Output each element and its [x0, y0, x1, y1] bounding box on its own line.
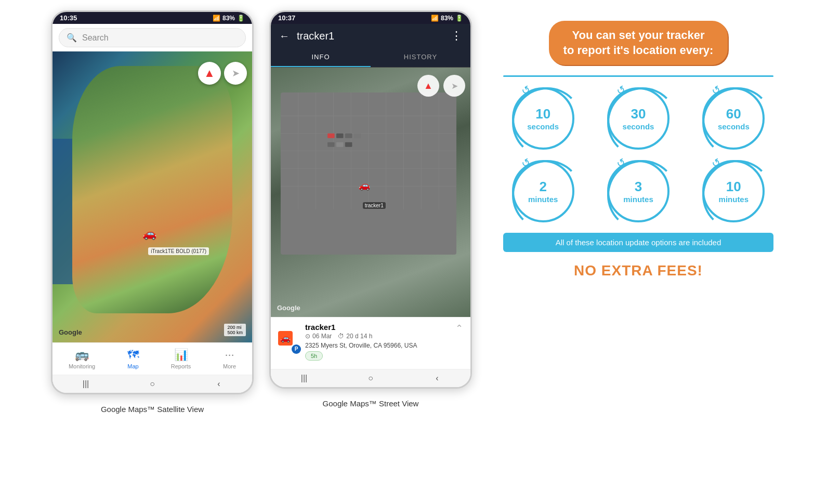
circle-ring-60s: ↺ 60 seconds: [702, 87, 765, 150]
phone2-battery-icon: 🔋: [455, 15, 463, 22]
phone2-status-bar: 10:37 📶 83% 🔋: [271, 12, 470, 24]
phone1-header: 🔍 Search: [52, 24, 252, 51]
circle-arrow-3m: ↺: [614, 156, 628, 171]
no-fee-banner: All of these location update options are…: [503, 233, 773, 252]
search-bar[interactable]: 🔍 Search: [59, 28, 246, 47]
circle-arrow-10s: ↺: [519, 83, 533, 98]
circle-10m-number: 10: [719, 179, 749, 195]
circles-grid: ↺ 10 seconds ↺ 30 seconds ↺ 60: [503, 87, 773, 222]
tracker-car-icon: 🚗: [278, 331, 293, 346]
more-icon: ···: [225, 348, 234, 362]
tab-info[interactable]: INFO: [271, 48, 371, 67]
nav-more[interactable]: ··· More: [223, 348, 236, 369]
p-badge: P: [292, 344, 301, 354]
time-circle-30s: ↺ 30 seconds: [598, 87, 678, 150]
gesture-menu[interactable]: |||: [75, 379, 96, 389]
nav-map[interactable]: 🗺 Map: [127, 348, 139, 369]
phone1-bottom-nav: 🚌 Monitoring 🗺 Map 📊 Reports ··· More: [52, 342, 252, 375]
nav-reports-label: Reports: [171, 363, 191, 369]
svg-rect-16: [345, 134, 352, 138]
nav-more-label: More: [223, 363, 236, 369]
back-button[interactable]: ←: [279, 30, 290, 42]
phone1-map[interactable]: ▲ ➤ 🚗 iTrack1TE BOLD (0177) Google 200 m…: [52, 51, 252, 342]
monitoring-icon: 🚌: [75, 348, 89, 362]
map2-nav[interactable]: ➤: [443, 75, 465, 97]
phone2-car-marker: 🚗: [359, 180, 370, 191]
circle-ring-10s: ↺ 10 seconds: [512, 87, 574, 150]
map1-compass[interactable]: ▲: [198, 62, 221, 85]
headline-text: You can set your tracker to report it's …: [563, 29, 714, 57]
start-icon: ⊙: [305, 333, 310, 340]
tracker-avatar: 🚗 P: [278, 331, 300, 353]
phone2-gesture-bar: ||| ○ ‹: [271, 369, 470, 387]
nav-reports[interactable]: 📊 Reports: [171, 348, 191, 369]
gesture2-back[interactable]: ‹: [427, 374, 448, 383]
tracker-time-badge: 5h: [305, 351, 323, 361]
gesture2-home[interactable]: ○: [360, 374, 381, 383]
gesture-back[interactable]: ‹: [208, 379, 229, 389]
reports-icon: 📊: [174, 348, 188, 362]
phone2-caption: Google Maps™ Street View: [323, 393, 419, 410]
nav-monitoring[interactable]: 🚌 Monitoring: [69, 348, 95, 369]
time-circle-10m: ↺ 10 minutes: [694, 160, 773, 222]
circle-2m-unit: minutes: [528, 195, 558, 204]
circle-10m-unit: minutes: [719, 195, 749, 204]
circle-60s-unit: seconds: [718, 122, 750, 131]
phone2-aerial-map[interactable]: 🚗 tracker1 ▲ ➤ Google: [271, 68, 470, 317]
map1-tracker-label: iTrack1TE BOLD (0177): [148, 247, 209, 255]
info-divider: [503, 75, 773, 77]
circle-arrow-30s: ↺: [614, 83, 628, 98]
phone1-battery-icon: 🔋: [237, 15, 245, 22]
circle-3m-number: 3: [623, 179, 653, 195]
circle-arrow-2m: ↺: [519, 156, 533, 171]
svg-rect-19: [336, 142, 344, 147]
tracker-info-title: tracker1: [305, 323, 417, 331]
phone1-time: 10:35: [60, 14, 77, 22]
phone2-battery: 83%: [441, 15, 453, 22]
gesture2-menu[interactable]: |||: [294, 374, 314, 383]
circle-ring-10m: ↺ 10 minutes: [702, 160, 765, 222]
circle-60s-number: 60: [718, 106, 750, 122]
tracker-duration: ⏱ 20 d 14 h: [338, 333, 372, 340]
compass2-arrow: ▲: [424, 81, 433, 91]
parking-lot: [281, 92, 456, 255]
map1-scale-text: 200 mi500 km: [227, 325, 243, 335]
phone1-status-bar: 10:35 📶 83% 🔋: [52, 12, 252, 24]
tab-history[interactable]: HISTORY: [371, 48, 470, 67]
circle-30s-unit: seconds: [623, 122, 654, 131]
nav-monitoring-label: Monitoring: [69, 363, 95, 369]
map-icon: 🗺: [127, 348, 139, 362]
circle-2m-number: 2: [528, 179, 558, 195]
phone1-signal-icon: 📶: [213, 15, 220, 22]
map1-nav[interactable]: ➤: [224, 62, 247, 85]
no-extra-fees: NO EXTRA FEES!: [574, 262, 703, 279]
circle-30s-number: 30: [623, 106, 654, 122]
circle-ring-2m: ↺ 2 minutes: [512, 160, 574, 222]
svg-rect-17: [354, 134, 361, 138]
gesture-home[interactable]: ○: [142, 379, 163, 389]
phone1-caption: Google Maps™ Satellite View: [101, 399, 204, 416]
svg-rect-15: [336, 134, 344, 138]
compass-arrow: ▲: [204, 67, 215, 80]
phone2-title: tracker1: [297, 30, 443, 42]
circle-arrow-60s: ↺: [709, 83, 723, 98]
svg-rect-18: [327, 142, 335, 147]
circle-ring-30s: ↺ 30 seconds: [607, 87, 670, 150]
panel-chevron-icon[interactable]: ⌃: [455, 323, 463, 334]
circle-10s-number: 10: [527, 106, 559, 122]
map1-google-logo: Google: [59, 328, 82, 336]
map2-compass[interactable]: ▲: [417, 75, 439, 97]
time-circle-3m: ↺ 3 minutes: [598, 160, 678, 222]
tracker-info-panel: ⌃ 🚗 P tracker1 ⊙ 06 Mar ⏱ 20: [271, 317, 470, 369]
phone1-mockup: 10:35 📶 83% 🔋 🔍 Search ▲ ➤: [51, 10, 254, 394]
nav2-arrow: ➤: [451, 81, 458, 91]
phone2-tracker-label: tracker1: [363, 202, 386, 209]
time-circle-2m: ↺ 2 minutes: [503, 160, 583, 222]
info-panel: You can set your tracker to report it's …: [488, 10, 789, 289]
nav-arrow-icon: ➤: [232, 68, 240, 79]
map1-scale: 200 mi500 km: [224, 324, 246, 336]
map2-google-logo: Google: [277, 304, 300, 312]
time-circle-10s: ↺ 10 seconds: [503, 87, 583, 150]
info-headline: You can set your tracker to report it's …: [549, 21, 728, 65]
phone2-more-button[interactable]: ⋮: [451, 29, 462, 43]
